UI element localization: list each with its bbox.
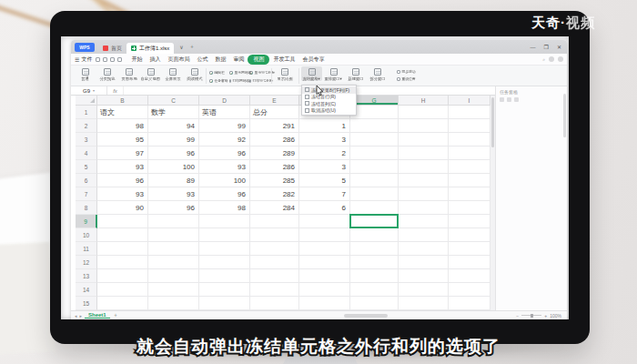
row-header-4[interactable]: 4 (76, 147, 97, 160)
cell-G6[interactable] (350, 174, 399, 187)
cell-C8[interactable]: 96 (148, 201, 199, 215)
pane-tool-icon[interactable] (507, 97, 511, 102)
cell-C9[interactable] (148, 215, 199, 228)
cell-H14[interactable] (399, 283, 449, 297)
row-header-2[interactable]: 2 (76, 119, 97, 133)
zoom-out-icon[interactable]: − (516, 313, 519, 318)
pane-tool-icon[interactable] (500, 97, 504, 102)
cell-G14[interactable] (350, 283, 399, 297)
cell-D15[interactable] (199, 297, 250, 310)
notification-icon[interactable] (558, 56, 563, 62)
tab-document[interactable]: 工作簿1.xlsx (126, 43, 174, 54)
cell-I13[interactable] (449, 269, 490, 283)
cell-H8[interactable] (399, 201, 449, 215)
cell-D13[interactable] (199, 269, 250, 283)
column-header-H[interactable]: H (399, 96, 449, 105)
restore-button[interactable]: ❐ (544, 44, 549, 50)
cell-F7[interactable]: 7 (299, 187, 350, 201)
cell-E4[interactable]: 289 (250, 147, 299, 160)
sheet-nav-right-icon[interactable]: ▸ (80, 313, 83, 318)
cell-D2[interactable]: 99 (199, 119, 250, 133)
cell-I7[interactable] (449, 187, 490, 201)
cell-E10[interactable] (250, 228, 299, 242)
menu-会员专享[interactable]: 会员专享 (298, 55, 328, 65)
column-header-I[interactable]: I (449, 96, 490, 105)
select-all-corner[interactable] (76, 96, 97, 105)
cell-C13[interactable] (148, 269, 199, 283)
cell-H3[interactable] (399, 133, 449, 147)
row-header-9[interactable]: 9 (76, 215, 97, 228)
cell-B2[interactable]: 98 (97, 119, 148, 133)
cell-G7[interactable] (350, 187, 399, 201)
column-header-E[interactable]: E (250, 96, 299, 105)
cell-B13[interactable] (97, 269, 148, 283)
ribbon-button-全屏显示[interactable]: 全屏显示 (162, 66, 183, 81)
cell-C10[interactable] (148, 228, 199, 242)
ribbon-button-重排窗口[interactable]: 重排窗口▾ (323, 66, 344, 81)
cell-G15[interactable] (350, 297, 399, 310)
cell-B8[interactable]: 90 (97, 201, 148, 215)
toggle-任务窗格[interactable]: ✓任务窗格 (209, 76, 229, 85)
toggle-编辑栏[interactable]: ✓编辑栏 (209, 68, 229, 76)
ribbon-button-页面布局[interactable]: 页面布局 (118, 66, 139, 81)
selected-cell[interactable] (349, 214, 399, 228)
column-header-D[interactable]: D (199, 96, 250, 105)
name-box[interactable]: G9 ▾ (71, 86, 107, 95)
menu-开发工具[interactable]: 开发工具 (269, 55, 298, 65)
cell-I14[interactable] (449, 283, 490, 297)
cell-F5[interactable]: 3 (299, 160, 350, 174)
cell-E3[interactable]: 286 (250, 133, 299, 147)
ribbon-button-新建窗口[interactable]: 新建窗口 (345, 66, 366, 81)
cell-B15[interactable] (97, 297, 148, 310)
menu-页面布局[interactable]: 页面布局 (164, 55, 193, 65)
cell-C5[interactable]: 100 (148, 160, 199, 174)
cell-E9[interactable] (250, 215, 299, 228)
row-header-1[interactable]: 1 (76, 106, 97, 119)
row-header-7[interactable]: 7 (76, 187, 97, 201)
cell-E14[interactable] (250, 283, 299, 297)
cell-H10[interactable] (399, 228, 449, 242)
cell-H9[interactable] (399, 215, 449, 228)
cell-F13[interactable] (299, 269, 350, 283)
cell-C1[interactable]: 数学 (148, 106, 199, 119)
cell-G13[interactable] (350, 269, 399, 283)
ribbon-button-分页预览[interactable]: 分页预览 (96, 66, 117, 81)
row-header-3[interactable]: 3 (76, 133, 97, 147)
cell-D9[interactable] (199, 215, 250, 228)
cell-B9[interactable] (97, 215, 148, 228)
row-header-12[interactable]: 12 (76, 256, 97, 269)
cell-I15[interactable] (449, 297, 490, 310)
ribbon-button-普通[interactable]: 普通 (75, 66, 96, 81)
task-pane-scrollbar[interactable] (563, 94, 566, 137)
toggle-重设位置[interactable]: 重设位置 (397, 76, 416, 81)
zoom-slider[interactable] (521, 315, 541, 316)
ribbon-button-阅读模式[interactable]: 阅读模式 (184, 66, 205, 81)
cell-F15[interactable] (299, 297, 350, 310)
cell-B10[interactable] (97, 228, 148, 242)
cell-C4[interactable]: 96 (148, 147, 199, 160)
toggle-同步滚动[interactable]: 同步滚动 (397, 69, 416, 74)
row-header-13[interactable]: 13 (76, 269, 97, 283)
tab-list-caret-icon[interactable]: ∨ (179, 44, 183, 50)
freeze-menu-item[interactable]: 取消冻结(U) (302, 107, 356, 115)
cell-I10[interactable] (449, 228, 490, 242)
cell-D10[interactable] (199, 228, 250, 242)
cell-B7[interactable]: 93 (97, 187, 148, 201)
cell-E15[interactable] (250, 297, 299, 310)
cell-B11[interactable] (97, 242, 148, 256)
cell-C11[interactable] (148, 242, 199, 256)
cell-H5[interactable] (399, 160, 449, 174)
menu-插入[interactable]: 插入 (146, 55, 164, 65)
cell-G2[interactable] (350, 119, 399, 133)
cell-D7[interactable]: 96 (199, 187, 250, 201)
zoom-in-icon[interactable]: + (544, 313, 547, 318)
freeze-menu-item[interactable]: 冻结首行(R) (302, 94, 356, 101)
cell-D1[interactable]: 英语 (199, 106, 250, 119)
cell-H12[interactable] (399, 256, 449, 269)
cell-F12[interactable] (299, 256, 350, 269)
column-header-G[interactable]: G (350, 96, 399, 105)
menu-视图[interactable]: 视图 (248, 55, 269, 65)
cell-E2[interactable]: 291 (250, 119, 299, 133)
row-header-5[interactable]: 5 (76, 160, 97, 174)
cell-F8[interactable]: 6 (299, 201, 350, 215)
